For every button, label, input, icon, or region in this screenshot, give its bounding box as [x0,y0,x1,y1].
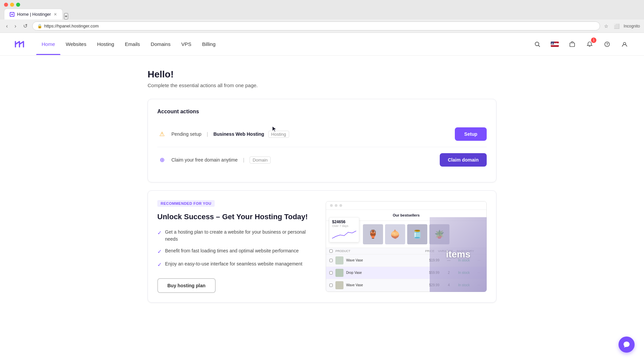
preview-container: Our bestsellers 🏺 🧅 🫙 🪴 PRODUCT [326,201,487,292]
nav-actions: ★★★ 1 ? [531,38,631,50]
product-thumb-3: 🫙 [407,224,427,244]
nav-links: Home Websites Hosting Emails Domains VPS… [36,33,531,55]
active-tab[interactable]: Home | Hostinger ✕ [4,9,63,19]
back-btn[interactable]: ‹ [4,22,10,30]
feature-1-text: Get a hosting plan to create a website f… [165,229,312,243]
main-content: Hello! Complete the essential actions al… [80,56,564,316]
feature-1: ✓ Get a hosting plan to create a website… [157,229,312,243]
store-btn[interactable] [566,38,578,50]
rec-content: RECOMMENDED FOR YOU Unlock Success – Get… [148,191,496,302]
claim-domain-button[interactable]: Claim domain [440,153,487,167]
feature-3-text: Enjoy an easy-to-use interface for seaml… [165,260,302,267]
bookmark-btn[interactable]: ☆ [603,23,610,29]
chart-sublabel: Over 7 days [332,224,356,228]
chart-svg [332,229,356,239]
maximize-window-btn[interactable] [16,3,20,7]
mockup-dot-1 [330,204,333,207]
svg-rect-5 [551,45,559,47]
recommended-card: RECOMMENDED FOR YOU Unlock Success – Get… [148,190,496,303]
domain-label: Claim your free domain anytime [171,157,238,163]
account-actions-title: Account actions [157,109,487,115]
new-tab-btn[interactable]: + [64,13,68,19]
refresh-btn[interactable]: ↺ [21,22,30,30]
check-icon-2: ✓ [157,248,162,256]
select-all-checkbox[interactable] [329,249,333,253]
plus-circle-icon: ⊕ [157,155,167,165]
svg-text:?: ? [606,42,608,46]
forward-btn[interactable]: › [12,22,18,30]
browser-tabs: Home | Hostinger ✕ + [4,9,640,19]
row-1-name: Wave Vase [346,258,423,262]
check-icon-1: ✓ [157,229,162,237]
search-btn[interactable] [531,38,543,50]
url-text: https://hpanel.hostinger.com [44,23,99,28]
svg-text:★★★: ★★★ [551,42,557,45]
action-row-domain: ⊕ Claim your free domain anytime | Domai… [157,147,487,173]
separator-2: | [243,157,245,163]
product-name: Business Web Hosting [213,131,264,137]
notification-count: 1 [591,38,596,43]
row-1-checkbox[interactable] [329,259,333,262]
close-window-btn[interactable] [4,3,8,7]
action-text-domain: Claim your free domain anytime | Domain [171,157,440,164]
incognito-label: Incognito [624,24,640,28]
overlay-items-text: items [446,249,470,260]
chat-button[interactable] [619,337,635,353]
pending-label: Pending setup [171,131,202,137]
row-3-checkbox[interactable] [329,284,333,287]
buy-hosting-button[interactable]: Buy hosting plan [157,278,216,293]
page-greeting: Hello! [148,69,496,80]
close-tab-btn[interactable]: ✕ [54,12,57,17]
feature-2: ✓ Benefit from fast loading times and op… [157,247,312,256]
browser-chrome: Home | Hostinger ✕ + [0,0,644,19]
product-thumb-1: 🏺 [363,224,383,244]
traffic-lights [4,3,640,7]
app: Home Websites Hosting Emails Domains VPS… [0,33,644,362]
nav-websites[interactable]: Websites [60,33,92,55]
incognito-badge: Incognito [624,24,640,28]
minimize-window-btn[interactable] [10,3,14,7]
tab-title: Home | Hostinger [17,12,51,17]
nav-hosting[interactable]: Hosting [92,33,119,55]
row-1-thumb [335,256,343,264]
flag-icon: ★★★ [551,42,559,47]
address-bar-row: ‹ › ↺ 🔒 https://hpanel.hostinger.com ☆ ⬜… [0,19,644,33]
chat-icon [623,341,630,348]
lock-icon: 🔒 [37,24,42,28]
check-icon-3: ✓ [157,261,162,269]
favicon [10,12,14,17]
cast-btn[interactable]: ⬜ [612,23,621,29]
col-product: PRODUCT [335,249,418,253]
account-actions-card: Account actions ⚠ Pending setup | Busine… [148,99,496,182]
nav-billing[interactable]: Billing [197,33,221,55]
feature-3: ✓ Enjoy an easy-to-use interface for sea… [157,260,312,269]
overlay-right: items [430,217,487,292]
row-2-name: Drop Vase [346,271,423,275]
help-btn[interactable]: ? [601,38,613,50]
nav-home[interactable]: Home [36,33,60,55]
language-btn[interactable]: ★★★ [549,38,561,50]
product-thumb-2: 🧅 [385,224,405,244]
action-row-setup: ⚠ Pending setup | Business Web Hosting H… [157,121,487,147]
nav-emails[interactable]: Emails [119,33,145,55]
rec-badge: RECOMMENDED FOR YOU [157,200,215,207]
mockup-titlebar [326,201,486,210]
row-3-thumb [335,281,343,289]
separator: | [207,131,208,137]
page-subtitle: Complete the essential actions all from … [148,82,496,88]
profile-btn[interactable] [619,38,631,50]
rec-left: RECOMMENDED FOR YOU Unlock Success – Get… [157,200,312,293]
rec-right: Our bestsellers 🏺 🧅 🫙 🪴 PRODUCT [326,200,487,293]
nav-vps[interactable]: VPS [176,33,197,55]
mockup-dot-3 [339,204,342,207]
rec-title: Unlock Success – Get Your Hosting Today! [157,212,312,222]
pending-icon: ⚠ [157,129,167,139]
address-bar-actions: ☆ ⬜ Incognito [603,23,640,29]
setup-button[interactable]: Setup [455,127,487,141]
rec-features: ✓ Get a hosting plan to create a website… [157,229,312,269]
logo[interactable] [13,38,25,50]
mockup-dot-2 [335,204,337,207]
nav-domains[interactable]: Domains [145,33,176,55]
address-bar[interactable]: 🔒 https://hpanel.hostinger.com [32,21,600,31]
row-2-checkbox[interactable] [329,271,333,275]
